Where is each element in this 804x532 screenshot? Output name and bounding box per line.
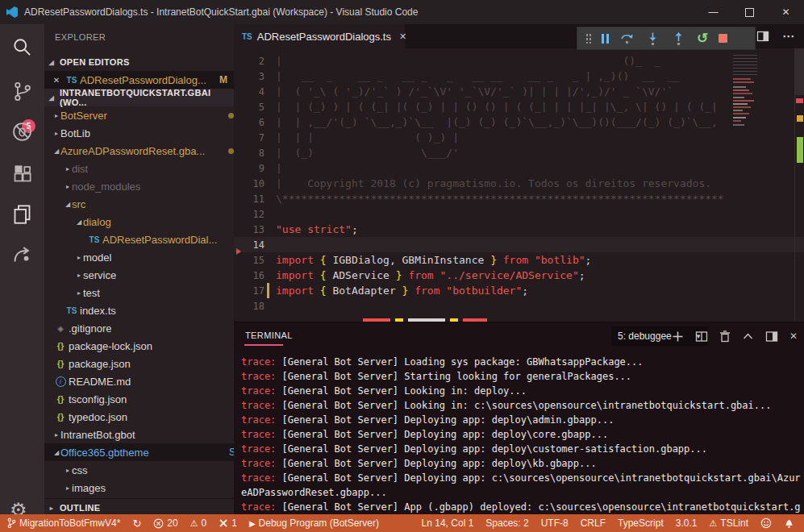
tree-item-label: README.md (69, 376, 131, 388)
toggle-panel-icon[interactable] (765, 330, 778, 343)
step-out-icon[interactable] (671, 31, 686, 46)
open-editor-item[interactable]: ✕ TS ADResetPasswordDialog... M (44, 71, 234, 89)
line-content: \***************************************… (276, 193, 724, 205)
tree-item--gitignore[interactable]: ◈.gitignore (44, 319, 234, 337)
tree-item-dist[interactable]: ▸dist (44, 160, 234, 177)
tree-item-botlib[interactable]: ▸BotLib (44, 124, 234, 142)
line-content: | __ _ __ _ __ _ _ __ __ __ _ _ | ,_)() … (276, 70, 680, 82)
live-share-icon[interactable] (11, 243, 33, 265)
tree-item-index-ts[interactable]: TSindex.ts (44, 301, 234, 319)
minimize-button[interactable]: — (695, 0, 731, 24)
overview-ruler[interactable] (794, 48, 804, 322)
tree-item-dialog[interactable]: ◢dialog (44, 213, 234, 231)
tree-item-node-modules[interactable]: ▸node_modules (44, 177, 234, 195)
close-icon[interactable]: ✕ (49, 76, 64, 85)
tree-item-office365-gbtheme[interactable]: ◢Office365.gbthemeS (44, 443, 234, 461)
debug-icon[interactable] (11, 121, 33, 143)
notifications[interactable] (784, 517, 794, 529)
tree-item-label: Office365.gbtheme (60, 447, 149, 459)
split-editor-icon[interactable] (756, 30, 769, 43)
line-content: | | ,__/'(_) `\__,_)`\__ |(_) (_) (_)`\_… (276, 116, 718, 128)
tree-item-test[interactable]: ▸test (44, 284, 234, 301)
indentation[interactable]: Spaces: 2 (485, 517, 528, 529)
kill-terminal-icon[interactable] (719, 330, 731, 343)
play-icon: ▶ (249, 519, 256, 528)
tree-item-css[interactable]: ▸css (44, 461, 234, 479)
tab-close-icon[interactable]: ✕ (399, 31, 406, 42)
task-count[interactable]: 1 (219, 517, 237, 529)
line-content: | ()_ _ (276, 55, 660, 67)
tab-terminal[interactable]: TERMINAL (245, 330, 293, 340)
tree-item-service[interactable]: ▸service (44, 266, 234, 284)
split-terminal-icon[interactable] (695, 330, 708, 343)
code-token: | __ _ __ _ __ _ _ __ __ __ _ _ | ,_)() … (276, 70, 680, 82)
close-panel-icon[interactable]: ✕ (789, 330, 798, 342)
pause-icon[interactable] (602, 34, 609, 44)
terminal-output[interactable]: trace: [General Bot Server] Loading sys … (241, 355, 802, 513)
eol-sequence[interactable]: CRLF (581, 517, 606, 529)
warning-count[interactable]: ⚠ 0 (190, 517, 207, 529)
activity-bar: 5 ⚙ (0, 24, 44, 514)
encoding[interactable]: UTF-8 (541, 517, 569, 529)
tree-item-botserver[interactable]: ▸BotServer (44, 106, 234, 124)
minimap-line (733, 117, 746, 118)
chevron-down-icon: ◢ (48, 94, 56, 102)
restart-icon[interactable]: ↺ (697, 31, 708, 45)
tslint-status[interactable]: ⚠ TSLint (709, 517, 748, 529)
code-editor[interactable]: 2| ()_ _3| __ _ __ _ __ _ _ __ __ __ _ _… (234, 48, 804, 322)
tab-adresetpassworddialogs[interactable]: TS ADResetPasswordDialogs.ts ✕ (234, 24, 405, 48)
toolbar-drag-handle[interactable] (585, 33, 591, 44)
trace-prefix: trace: (241, 356, 276, 368)
error-icon (153, 518, 164, 529)
open-editors-header[interactable]: ◢ OPEN EDITORS (44, 53, 234, 71)
tree-item-intranetbot-gbot[interactable]: ▸IntranetBot.gbot (44, 426, 234, 443)
tree-item-azureadpasswordreset-gba-[interactable]: ◢AzureADPasswordReset.gba... (44, 142, 234, 160)
tree-item-tsconfig-json[interactable]: {}tsconfig.json (44, 390, 234, 408)
line-number: 5 (234, 102, 276, 113)
debug-target[interactable]: ▶ Debug Program (BotServer) (249, 517, 379, 529)
minimap[interactable] (731, 48, 761, 322)
cursor-position[interactable]: Ln 14, Col 1 (422, 517, 474, 529)
step-over-icon[interactable] (619, 31, 635, 46)
terminal-line: trace: [General Bot Server] Deploying ap… (241, 413, 802, 427)
modified-dot-badge (228, 113, 234, 118)
editor-line-13: 13"use strict"; (234, 222, 804, 237)
chevron-right-icon: ▸ (64, 467, 72, 474)
error-count[interactable]: 20 (153, 517, 177, 529)
maximize-panel-icon[interactable] (742, 330, 754, 343)
typescript-version[interactable]: 3.0.1 (676, 517, 698, 529)
line-content: | | (_) ) | ( (_| |( (_) | | () () | ( (… (276, 101, 718, 113)
new-terminal-icon[interactable] (672, 330, 684, 343)
source-control-icon[interactable] (11, 81, 33, 102)
more-actions-icon[interactable]: ⋯ (782, 29, 794, 44)
json-file-icon: {} (52, 359, 69, 368)
tree-item-label: ADResetPasswordDial... (102, 234, 217, 246)
workspace-section-header[interactable]: ◢ INTRANETBOTQUICKSTART.GBAI (WO... (44, 89, 234, 106)
tree-item-typedoc-json[interactable]: {}typedoc.json (44, 408, 234, 426)
search-icon[interactable] (11, 36, 33, 58)
tree-item-adresetpassworddial-[interactable]: TSADResetPasswordDial...M (44, 231, 234, 248)
extensions-icon[interactable] (11, 163, 33, 185)
maximize-button[interactable] (731, 0, 768, 24)
tree-item-model[interactable]: ▸model (44, 248, 234, 266)
git-branch-status[interactable]: MigrationToBotFmwV4* (7, 517, 120, 529)
tree-item-readme-md[interactable]: iREADME.md (44, 372, 234, 390)
tree-item-package-json[interactable]: {}package.json (44, 355, 234, 372)
code-token: | | ,__/'(_) `\__,_)`\__ |(_) (_) (_)`\_… (276, 116, 718, 128)
step-into-icon[interactable] (645, 31, 660, 46)
language-mode[interactable]: TypeScript (618, 517, 664, 529)
window-title: ADResetPasswordDialogs.ts - IntranetBotQ… (24, 6, 418, 18)
trace-prefix: trace: (241, 400, 276, 411)
sync-status[interactable]: ↻ (132, 517, 141, 530)
outline-section-header[interactable]: ▸ OUTLINE (44, 498, 234, 514)
close-button[interactable]: ✕ (768, 0, 804, 24)
chevron-right-icon: ▸ (75, 289, 83, 297)
tree-item-images[interactable]: ▸images (44, 479, 234, 497)
trace-text: [General Bot Server] Deploying app: depl… (276, 458, 596, 469)
feedback-smiley[interactable] (760, 517, 772, 529)
smiley-icon (760, 517, 772, 529)
tree-item-src[interactable]: ◢src (44, 195, 234, 213)
stop-icon[interactable] (719, 34, 727, 43)
tree-item-package-lock-json[interactable]: {}package-lock.json (44, 337, 234, 355)
files-icon[interactable] (11, 203, 33, 225)
